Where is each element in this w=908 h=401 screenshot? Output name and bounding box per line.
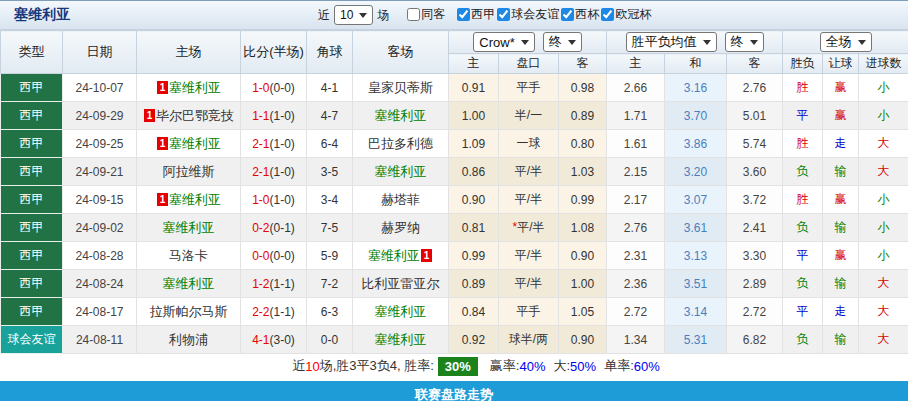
table-row: 西甲24-08-17拉斯帕尔马斯2-2(1-1)6-3塞维利亚0.84平手1.0… bbox=[1, 298, 908, 326]
match-type-label: 西甲 bbox=[20, 136, 44, 150]
cell-handicap: 平/半 bbox=[499, 158, 559, 186]
title-bar: 塞维利亚 近 10 场 同客西甲球会友谊西杯欧冠杯 bbox=[0, 0, 908, 30]
cell-match-type: 西甲 bbox=[1, 102, 63, 130]
cell-odds-home: 0.90 bbox=[449, 186, 499, 214]
halftime-score: (3-0) bbox=[270, 333, 295, 347]
avg-time-select[interactable]: 终 bbox=[725, 32, 764, 52]
fulltime-score: 1-0 bbox=[252, 81, 269, 95]
checkbox-4[interactable] bbox=[601, 8, 614, 21]
avg-home-value: 2.76 bbox=[624, 221, 647, 235]
cell-home-team: 1塞维利亚 bbox=[137, 74, 241, 102]
odds-home-value: 0.81 bbox=[462, 221, 485, 235]
cell-handicap: 平手 bbox=[499, 74, 559, 102]
recent-count-select[interactable]: 10 bbox=[334, 5, 373, 25]
result-wdl: 平 bbox=[797, 248, 809, 262]
cell-score: 1-2(1-1) bbox=[241, 270, 307, 298]
avg-home-value: 2.72 bbox=[624, 305, 647, 319]
handicap-name: 平/半 bbox=[515, 248, 542, 262]
odds-time-select[interactable]: 终 bbox=[543, 32, 582, 52]
odds-away-value: 1.08 bbox=[571, 221, 594, 235]
result-handicap: 赢 bbox=[835, 80, 847, 94]
checkbox-1[interactable] bbox=[457, 8, 470, 21]
sub-header-odds-home: 主 bbox=[449, 54, 499, 74]
cell-avg-draw: 3.51 bbox=[665, 270, 727, 298]
cell-score: 1-0(1-0) bbox=[241, 186, 307, 214]
chevron-down-icon bbox=[568, 40, 576, 45]
filter-toolbar: 近 10 场 同客西甲球会友谊西杯欧冠杯 bbox=[318, 1, 651, 29]
odds-source-select[interactable]: Crow* bbox=[473, 32, 534, 52]
avg-home-value: 1.71 bbox=[624, 109, 647, 123]
table-row: 西甲24-09-151塞维利亚1-0(1-0)3-4赫塔菲0.90平/半0.99… bbox=[1, 186, 908, 214]
filter-option-2: 球会友谊 bbox=[497, 6, 559, 23]
matches-label: 场 bbox=[377, 7, 389, 24]
home-team-name: 塞维利亚 bbox=[169, 80, 221, 95]
cell-odds-home: 0.92 bbox=[449, 326, 499, 354]
cell-avg-home: 2.15 bbox=[607, 158, 665, 186]
match-type-label: 西甲 bbox=[20, 108, 44, 122]
odds-home-value: 0.99 bbox=[462, 249, 485, 263]
result-wdl: 胜 bbox=[797, 136, 809, 150]
checkbox-2[interactable] bbox=[497, 8, 510, 21]
result-handicap: 走 bbox=[835, 304, 847, 318]
cell-result-goals: 小 bbox=[859, 214, 908, 242]
corner-count: 6-3 bbox=[321, 305, 338, 319]
odds-away-value: 0.98 bbox=[571, 81, 594, 95]
odds-away-value: 1.00 bbox=[571, 277, 594, 291]
home-team-name: 阿拉维斯 bbox=[163, 164, 215, 179]
team-title: 塞维利亚 bbox=[14, 6, 70, 24]
handicap-name: 平/半 bbox=[515, 192, 542, 206]
checkbox-0[interactable] bbox=[407, 8, 420, 21]
cell-odds-away: 0.90 bbox=[559, 242, 607, 270]
cell-result-handicap: 走 bbox=[823, 130, 859, 158]
cell-avg-draw: 3.20 bbox=[665, 158, 727, 186]
checkbox-3[interactable] bbox=[561, 8, 574, 21]
cell-avg-draw: 3.70 bbox=[665, 102, 727, 130]
cell-odds-home: 1.00 bbox=[449, 102, 499, 130]
halftime-score: (1-1) bbox=[270, 305, 295, 319]
odds-source-value: Crow* bbox=[479, 35, 514, 50]
handicap-name: 球半/两 bbox=[509, 332, 548, 346]
result-handicap: 走 bbox=[835, 136, 847, 150]
handicap-name: 平手 bbox=[517, 80, 541, 94]
odds-home-value: 0.84 bbox=[462, 305, 485, 319]
avg-group-header: 胜平负均值 终 bbox=[607, 31, 783, 54]
cell-away-team: 赫罗纳 bbox=[353, 214, 449, 242]
away-team-name: 塞维利亚 bbox=[375, 108, 427, 123]
cell-avg-home: 1.34 bbox=[607, 326, 665, 354]
single-rate-value: 60% bbox=[634, 359, 660, 374]
cell-avg-away: 2.89 bbox=[727, 270, 783, 298]
big-rate-label: 大: bbox=[553, 357, 570, 375]
scope-select[interactable]: 全场 bbox=[820, 32, 872, 52]
cell-handicap: 球半/两 bbox=[499, 326, 559, 354]
cell-avg-away: 2.76 bbox=[727, 74, 783, 102]
footer-label: 联赛盘路走势 bbox=[415, 386, 493, 401]
avg-source-select[interactable]: 胜平负均值 bbox=[626, 32, 717, 52]
odds-home-value: 0.89 bbox=[462, 277, 485, 291]
corner-count: 0-0 bbox=[321, 333, 338, 347]
odds-home-value: 0.86 bbox=[462, 165, 485, 179]
cell-result-wdl: 负 bbox=[783, 158, 823, 186]
match-type-label: 西甲 bbox=[20, 164, 44, 178]
cell-odds-home: 0.99 bbox=[449, 242, 499, 270]
avg-draw-value: 3.20 bbox=[684, 165, 707, 179]
cell-avg-draw: 3.07 bbox=[665, 186, 727, 214]
red-card-badge: 1 bbox=[157, 137, 168, 150]
cell-match-type: 球会友谊 bbox=[1, 326, 63, 354]
odds-home-value: 0.90 bbox=[462, 193, 485, 207]
avg-away-value: 3.72 bbox=[743, 193, 766, 207]
away-team-name: 赫罗纳 bbox=[381, 220, 420, 235]
cell-result-goals: 大 bbox=[859, 270, 908, 298]
checkbox-label: 欧冠杯 bbox=[615, 6, 651, 23]
sub-header-result-wdl: 胜负 bbox=[783, 54, 823, 74]
cell-avg-home: 2.72 bbox=[607, 298, 665, 326]
avg-draw-value: 3.07 bbox=[684, 193, 707, 207]
result-handicap: 输 bbox=[835, 276, 847, 290]
match-date: 24-08-11 bbox=[76, 333, 123, 347]
result-wdl: 平 bbox=[797, 304, 809, 318]
table-row: 西甲24-08-24塞维利亚1-2(1-1)7-2比利亚雷亚尔0.89平/半1.… bbox=[1, 270, 908, 298]
cell-avg-home: 2.36 bbox=[607, 270, 665, 298]
odds-away-value: 0.89 bbox=[571, 109, 594, 123]
odds-home-value: 0.91 bbox=[462, 81, 485, 95]
odds-away-value: 0.90 bbox=[571, 249, 594, 263]
handicap-rate-value: 40% bbox=[519, 359, 545, 374]
